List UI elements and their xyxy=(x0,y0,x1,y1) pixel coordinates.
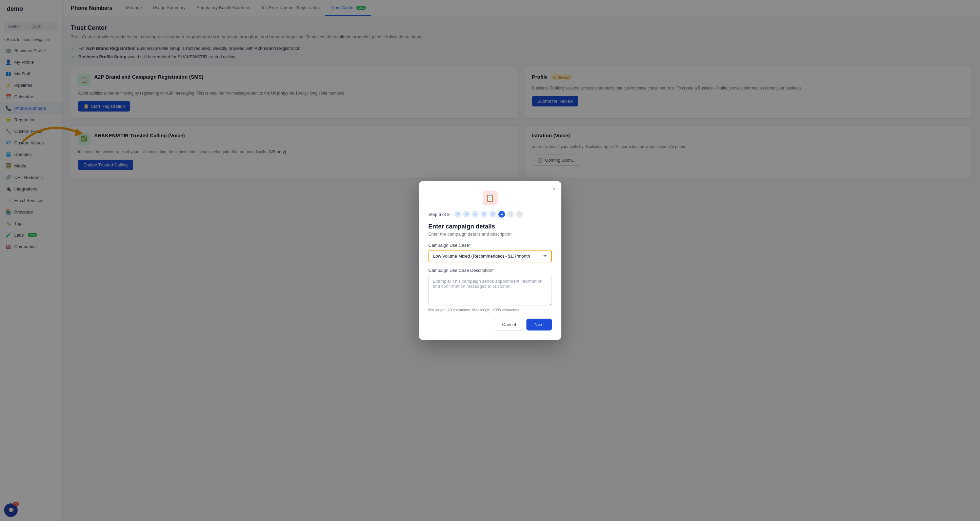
step-dot-1: ✓ xyxy=(454,211,461,218)
modal-icon: 📋 xyxy=(483,191,498,205)
step-dot-6: ● xyxy=(498,211,505,218)
next-button[interactable]: Next xyxy=(527,319,552,330)
modal-icon-wrapper: 📋 xyxy=(428,191,552,205)
step-dot-2: ✓ xyxy=(463,211,470,218)
campaign-use-case-group: Campaign Use Case* Low Volume Mixed (Rec… xyxy=(428,243,552,262)
step-dot-3: ✓ xyxy=(472,211,479,218)
step-dot-8: ○ xyxy=(516,211,523,218)
campaign-details-modal: × 📋 Step 6 of 8 ✓ ✓ ✓ ✓ ✓ ● ○ ○ Enter ca… xyxy=(419,181,562,340)
modal-title: Enter campaign details xyxy=(428,223,552,230)
modal-subtitle: Enter the campaign details and descripti… xyxy=(428,232,552,237)
cancel-button[interactable]: Cancel xyxy=(495,319,523,330)
modal-steps: Step 6 of 8 ✓ ✓ ✓ ✓ ✓ ● ○ ○ xyxy=(428,211,552,218)
step-dot-4: ✓ xyxy=(480,211,487,218)
campaign-use-case-label: Campaign Use Case* xyxy=(428,243,552,248)
modal-close-button[interactable]: × xyxy=(552,186,556,192)
campaign-description-textarea[interactable] xyxy=(428,275,552,305)
modal-overlay[interactable]: × 📋 Step 6 of 8 ✓ ✓ ✓ ✓ ✓ ● ○ ○ Enter ca… xyxy=(0,0,980,521)
step-dot-5: ✓ xyxy=(490,211,496,218)
campaign-use-case-select[interactable]: Low Volume Mixed (Recommended) - $1.7/mo… xyxy=(428,250,552,262)
step-label: Step 6 of 8 xyxy=(428,212,450,217)
step-dot-7: ○ xyxy=(507,211,514,218)
modal-footer: Cancel Next xyxy=(428,319,552,330)
campaign-description-group: Campaign Use Case Description* Min lengt… xyxy=(428,268,552,312)
campaign-description-label: Campaign Use Case Description* xyxy=(428,268,552,273)
description-hint: Min length: 40 characters. Max length: 4… xyxy=(428,308,552,312)
